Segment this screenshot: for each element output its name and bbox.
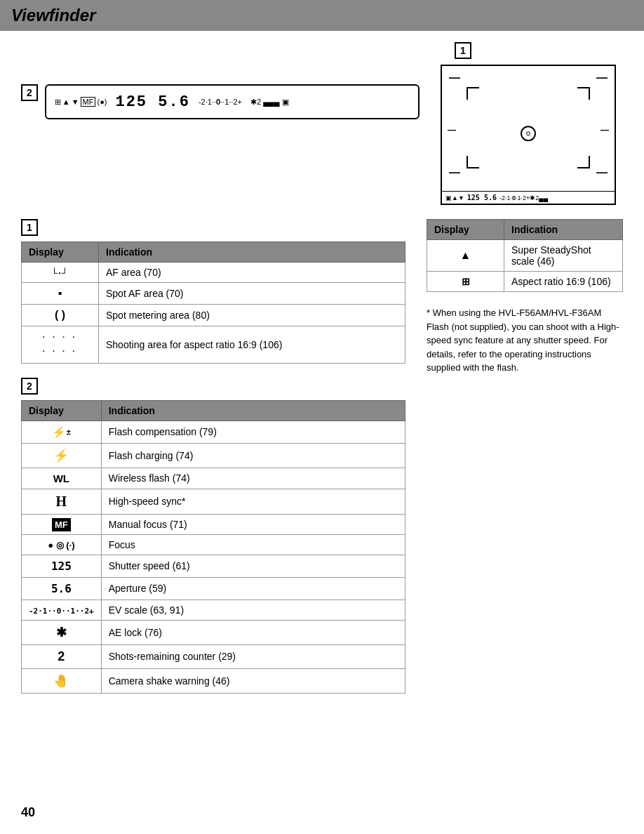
spot-af-symbol: ▪ (58, 287, 62, 299)
vf-dash-mid-right: — (601, 125, 609, 135)
section1-right-table: Display Indication ▲ Super SteadyShot sc… (427, 219, 623, 292)
display-cell: 125 (22, 555, 102, 577)
table-row: ▪ Spot AF area (70) (22, 283, 405, 305)
h-symbol: H (56, 494, 67, 509)
indication-cell: AF area (70) (99, 263, 405, 283)
indication-cell: Shutter speed (61) (101, 555, 405, 577)
table-row: MF Manual focus (71) (22, 514, 405, 534)
table-row: ⚡± Flash compensation (79) (22, 421, 405, 443)
page-title: Viewfinder (11, 6, 633, 25)
indication-cell: Shooting area for aspect ratio 16:9 (106… (99, 326, 405, 364)
display-cell: ✱ (22, 620, 102, 644)
box2-label: 2 (21, 84, 38, 101)
indication-cell: Focus (101, 534, 405, 555)
vf-center-dot (526, 131, 530, 135)
display-cell: ● ◎ (·) (22, 534, 102, 555)
display-cell: 2 (22, 644, 102, 668)
display-cell: ⊞ (427, 272, 504, 292)
section1-table: Display Indication └·┘ AF area (70) ▪ (21, 241, 405, 364)
shooting-area-symbol: · · · ·· · · · (29, 331, 91, 359)
indication-cell: EV scale (63, 91) (101, 600, 405, 620)
table-row: ● ◎ (·) Focus (22, 534, 405, 555)
display-cell: 5.6 (22, 577, 102, 600)
vf-center-circle (521, 126, 536, 141)
ae-lock-symbol: ✱ (56, 626, 67, 640)
vf-dash-mid-left: — (448, 125, 456, 135)
vf-bottom-strip: ▣▲▼ 125 5.6 -2·1·0·1·2+✱2▄▄ (442, 191, 615, 204)
af-area-symbol: └·┘ (51, 267, 69, 278)
vf-corner-tl (467, 87, 479, 100)
display-cell: WL (22, 468, 102, 489)
note-text: * When using the HVL-F56AM/HVL-F36AM Fla… (427, 306, 623, 375)
page-header: Viewfinder (0, 0, 644, 31)
display-cell: H (22, 489, 102, 514)
table-row: 125 Shutter speed (61) (22, 555, 405, 577)
table-row: ✱ AE lock (76) (22, 620, 405, 644)
aperture-symbol: 5.6 (51, 582, 72, 595)
focus-symbol: ● ◎ (·) (48, 540, 74, 550)
indication-cell: Flash charging (74) (101, 443, 405, 468)
table-row: ( ) Spot metering area (80) (22, 305, 405, 326)
section1-header-indication: Indication (99, 242, 405, 263)
indication-cell: Wireless flash (74) (101, 468, 405, 489)
table-row: 2 Shots-remaining counter (29) (22, 644, 405, 668)
table-row: H High-speed sync* (22, 489, 405, 514)
display-cell: ▪ (22, 283, 99, 305)
section2-header-display: Display (22, 400, 102, 421)
section1r-header-display: Display (427, 220, 504, 240)
vf-dash-top-left: — (449, 72, 460, 84)
display-cell: ▲ (427, 240, 504, 272)
section2-header-indication: Indication (101, 400, 405, 421)
table-row: · · · ·· · · · Shooting area for aspect … (22, 326, 405, 364)
strip-numbers: 125 5.6 (115, 93, 189, 111)
indication-cell: Shots-remaining counter (29) (101, 644, 405, 668)
table-row: ⚡ Flash charging (74) (22, 443, 405, 468)
display-cell: ⚡ (22, 443, 102, 468)
flash-charge-symbol: ⚡ (53, 449, 69, 463)
display-cell: -2·1··0··1··2+ (22, 600, 102, 620)
ev-scale-symbol: -2·1··0··1··2+ (29, 607, 94, 616)
indication-cell: High-speed sync* (101, 489, 405, 514)
section1r-header-indication: Indication (504, 220, 623, 240)
indication-cell: Spot metering area (80) (99, 305, 405, 326)
indication-cell: Flash compensation (79) (101, 421, 405, 443)
display-cell: ( ) (22, 305, 99, 326)
vf-dash-bot-left: — (449, 166, 460, 179)
display-cell: └·┘ (22, 263, 99, 283)
display-cell: 🤚 (22, 668, 102, 693)
flash-comp-symbol: ⚡± (52, 425, 71, 439)
table-row: WL Wireless flash (74) (22, 468, 405, 489)
viewfinder-box: — — — — — — (441, 65, 616, 205)
indication-cell: Camera shake warning (46) (101, 668, 405, 693)
indication-cell: Spot AF area (70) (99, 283, 405, 305)
wl-symbol: WL (53, 472, 69, 484)
strip-right-icons: ✱2 ▄▄▄ ▣ (250, 98, 289, 107)
shots-counter-symbol: 2 (58, 649, 65, 663)
table-row: 5.6 Aperture (59) (22, 577, 405, 600)
vf-dash-top-right: — (596, 72, 608, 84)
table-row: └·┘ AF area (70) (22, 263, 405, 283)
vf-corner-tr (577, 87, 590, 100)
section1-label: 1 (21, 219, 38, 236)
section2-label: 2 (21, 378, 38, 395)
aspect-ratio-symbol: ⊞ (462, 276, 470, 287)
indication-cell: AE lock (76) (101, 620, 405, 644)
shutter-symbol: 125 (51, 560, 72, 573)
section2-table: Display Indication ⚡± Flash compensation… (21, 400, 405, 694)
table-row: -2·1··0··1··2+ EV scale (63, 91) (22, 600, 405, 620)
spot-meter-symbol: ( ) (55, 309, 65, 321)
vf-corner-br (577, 156, 590, 168)
indication-cell: Aspect ratio 16:9 (106) (504, 272, 623, 292)
display-strip: ⊞▲▼MF(●) 125 5.6 -2·1··0··1··2+ ✱2 ▄▄▄ ▣ (45, 84, 420, 119)
camera-shake-symbol: 🤚 (53, 674, 69, 688)
table-row: ⊞ Aspect ratio 16:9 (106) (427, 272, 623, 292)
page-number: 40 (21, 805, 35, 820)
mf-symbol: MF (52, 518, 71, 531)
table-row: ▲ Super SteadyShot scale (46) (427, 240, 623, 272)
strip-ev: -2·1··0··1··2+ (199, 98, 242, 106)
indication-cell: Aperture (59) (101, 577, 405, 600)
section1-header-display: Display (22, 242, 99, 263)
display-cell: · · · ·· · · · (22, 326, 99, 364)
table-row: 🤚 Camera shake warning (46) (22, 668, 405, 693)
steadyshot-symbol: ▲ (460, 249, 471, 261)
